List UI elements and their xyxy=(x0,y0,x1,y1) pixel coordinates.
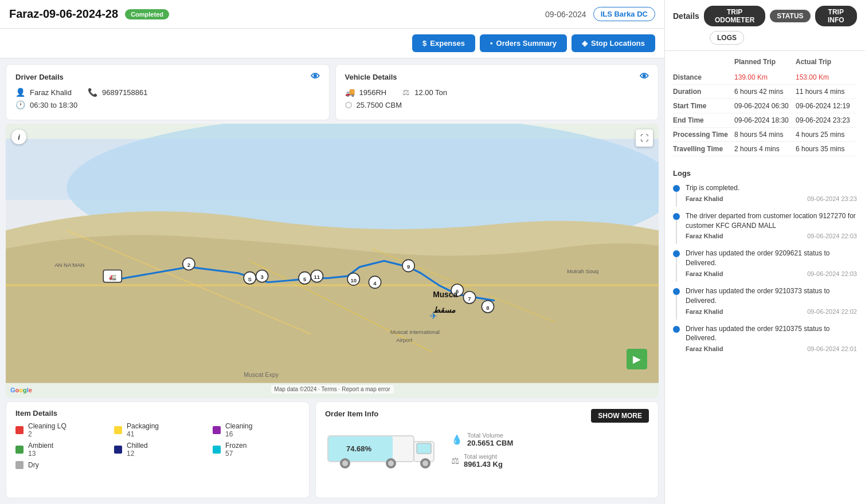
svg-text:Muscat International: Muscat International xyxy=(390,329,440,335)
list-item: Chilled 12 xyxy=(114,442,201,458)
map-info-button[interactable]: i xyxy=(11,129,26,144)
trip-info-row-start-time: Start Time 09-06-2024 06:30 09-06-2024 1… xyxy=(673,99,857,113)
svg-point-19 xyxy=(347,273,359,285)
svg-point-49 xyxy=(422,460,428,466)
list-item: Dry xyxy=(15,461,103,469)
show-more-button[interactable]: SHOW MORE xyxy=(591,409,649,423)
driver-name-row: 👤 Faraz Khalid 📞 96897158861 xyxy=(15,88,320,97)
dollar-icon: $ xyxy=(422,39,426,48)
tab-status[interactable]: STATUS xyxy=(770,10,810,22)
header: Faraz-09-06-2024-28 Completed 09-06-2024… xyxy=(0,0,664,29)
map-copyright: Map data ©2024 · Terms · Report a map er… xyxy=(271,385,393,393)
item-color-frozen xyxy=(213,446,221,454)
svg-text:9: 9 xyxy=(407,263,410,270)
tab-logs[interactable]: LOGS xyxy=(710,31,744,45)
log-dot xyxy=(673,250,680,257)
vehicle-eye-icon[interactable]: 👁 xyxy=(640,72,649,82)
svg-text:3: 3 xyxy=(260,274,263,280)
stop-locations-button[interactable]: ◈ Stop Locations xyxy=(572,34,655,52)
item-color-cleaning xyxy=(213,426,221,434)
orders-icon: ▪ xyxy=(490,39,493,48)
svg-text:Mutrah Souq: Mutrah Souq xyxy=(567,268,598,274)
trip-info-row-duration: Duration 6 hours 42 mins 11 hours 4 mins xyxy=(673,85,857,99)
list-item: Ambient 13 xyxy=(15,442,103,458)
volume-icon: 💧 xyxy=(451,434,463,445)
list-item: Cleaning 16 xyxy=(213,422,300,438)
map-play-button[interactable]: ▶ xyxy=(627,349,647,369)
item-color-packaging xyxy=(114,426,122,434)
svg-rect-2 xyxy=(6,139,659,200)
trip-info-row-end-time: End Time 09-06-2024 18:30 09-06-2024 23:… xyxy=(673,113,857,128)
trip-info-row-processing: Processing Time 8 hours 54 mins 4 hours … xyxy=(673,128,857,142)
svg-point-29 xyxy=(482,301,494,313)
logs-title: Logs xyxy=(673,169,857,178)
svg-text:Musca: Musca xyxy=(433,290,457,299)
driver-time-row: 🕐 06:30 to 18:30 xyxy=(15,100,320,109)
tab-trip-odometer[interactable]: TRIP ODOMETER xyxy=(704,6,765,26)
log-meta: Faraz Khalid 09-06-2024 22:02 xyxy=(686,308,857,315)
location-badge[interactable]: ILS Barka DC xyxy=(593,7,655,21)
cube-icon: ⬡ xyxy=(345,100,352,109)
log-meta: Faraz Khalid 09-06-2024 22:03 xyxy=(686,270,857,277)
phone-icon: 📞 xyxy=(88,88,97,97)
svg-point-17 xyxy=(311,270,323,282)
trip-info-header: Planned Trip Actual Trip xyxy=(673,58,857,66)
svg-text:4: 4 xyxy=(373,280,377,286)
svg-text:S: S xyxy=(248,276,252,282)
header-left: Faraz-09-06-2024-28 Completed xyxy=(9,7,169,21)
items-grid: Cleaning LQ 2 Packaging 41 Cleaning 16 xyxy=(15,422,300,469)
driver-eye-icon[interactable]: 👁 xyxy=(311,72,320,82)
svg-rect-43 xyxy=(417,443,431,454)
svg-text:🚛: 🚛 xyxy=(109,273,117,281)
map-placeholder: 🚛 2 S 3 5 xyxy=(6,124,659,398)
log-entry: The driver departed from customer locati… xyxy=(673,211,857,240)
log-dot xyxy=(673,326,680,333)
header-right: 09-06-2024 ILS Barka DC xyxy=(545,7,655,21)
svg-text:11: 11 xyxy=(314,274,320,280)
clock-icon: 🕐 xyxy=(15,100,25,109)
svg-point-45 xyxy=(342,460,348,466)
item-color-cleaning-lq xyxy=(15,426,24,434)
svg-text:Airport: Airport xyxy=(396,337,413,343)
vehicle-plate-row: 🚚 1956RH ⚖ 12.00 Ton xyxy=(345,88,649,97)
map-expand-button[interactable]: ⛶ xyxy=(636,129,653,147)
svg-point-23 xyxy=(402,259,414,271)
driver-card-title: Driver Details 👁 xyxy=(15,72,320,82)
svg-text:7: 7 xyxy=(468,296,471,302)
log-meta: Faraz Khalid 09-06-2024 22:01 xyxy=(686,345,857,352)
svg-line-5 xyxy=(250,261,433,353)
log-entry: Driver has updated the order 9210375 sta… xyxy=(673,324,857,353)
log-content: Driver has updated the order 9210375 sta… xyxy=(686,324,857,353)
svg-point-1 xyxy=(66,124,659,261)
header-date: 09-06-2024 xyxy=(545,10,586,19)
item-color-chilled xyxy=(114,446,122,454)
item-name: Packaging 41 xyxy=(127,422,159,438)
svg-text:2: 2 xyxy=(187,262,190,268)
order-item-card: Order Item Info SHOW MORE 74.68% xyxy=(315,401,659,498)
weight-icon: ⚖ xyxy=(402,88,410,97)
svg-point-21 xyxy=(369,276,381,288)
log-content: Driver has updated the order 9210373 sta… xyxy=(686,286,857,315)
details-label: Details xyxy=(673,11,699,21)
order-stats: 💧 Total Volume 20.5651 CBM ⚖ Total weigh… xyxy=(451,432,513,468)
bottom-row: Item Details Cleaning LQ 2 Packaging 41 xyxy=(0,398,664,504)
log-dot xyxy=(673,185,680,192)
svg-point-15 xyxy=(299,272,311,284)
action-buttons-bar: $ Expenses ▪ Orders Summary ◈ Stop Locat… xyxy=(0,29,664,58)
log-entry: Trip is completed. Faraz Khalid 09-06-20… xyxy=(673,183,857,202)
trip-title: Faraz-09-06-2024-28 xyxy=(9,7,118,21)
svg-text:✈: ✈ xyxy=(430,312,437,321)
item-name: Cleaning 16 xyxy=(225,422,252,438)
scale-icon: ⚖ xyxy=(451,455,459,466)
list-item: Packaging 41 xyxy=(114,422,201,438)
log-meta: Faraz Khalid 09-06-2024 22:03 xyxy=(686,233,857,239)
list-item: Frozen 57 xyxy=(213,442,300,458)
tab-trip-info[interactable]: TRIP INFO xyxy=(815,6,857,26)
expenses-button[interactable]: $ Expenses xyxy=(412,34,475,52)
orders-summary-button[interactable]: ▪ Orders Summary xyxy=(480,34,567,52)
svg-point-13 xyxy=(256,270,268,282)
logs-section: Logs Trip is completed. Faraz Khalid 09-… xyxy=(665,163,865,504)
log-entry: Driver has updated the order 9210373 sta… xyxy=(673,286,857,315)
item-name: Cleaning LQ 2 xyxy=(28,422,66,438)
vehicle-card-title: Vehicle Details 👁 xyxy=(345,72,649,82)
